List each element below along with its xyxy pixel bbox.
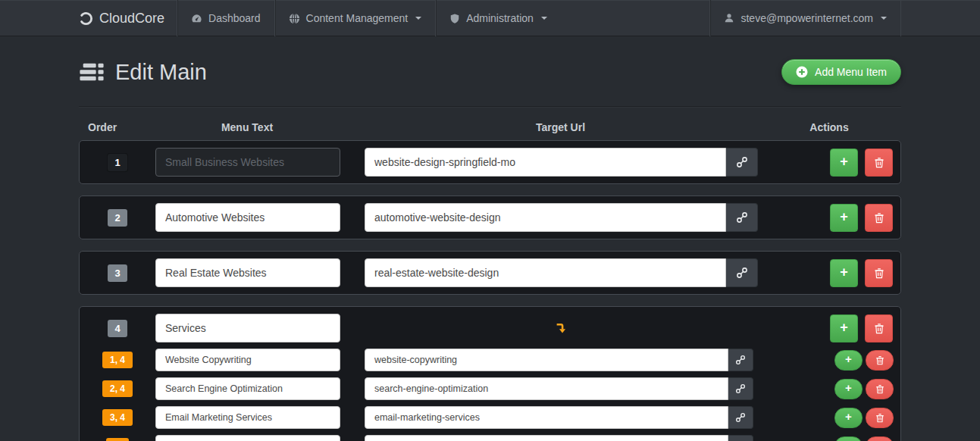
trash-icon bbox=[875, 355, 885, 365]
link-button[interactable] bbox=[726, 148, 758, 177]
link-button[interactable] bbox=[728, 435, 753, 441]
shield-icon bbox=[449, 13, 460, 24]
delete-button[interactable] bbox=[865, 314, 893, 342]
order-badge: 2 bbox=[108, 209, 127, 227]
nav-item-label: Administration bbox=[466, 12, 534, 24]
add-child-button[interactable]: + bbox=[834, 350, 863, 371]
dashboard-gauge-icon bbox=[191, 13, 202, 24]
user-email: steve@mpowerinternet.com bbox=[740, 12, 873, 24]
target-url-input[interactable] bbox=[365, 435, 728, 441]
order-badge: 1 bbox=[108, 154, 127, 171]
menu-row-1: 1 + bbox=[79, 140, 901, 184]
delete-button[interactable] bbox=[865, 259, 893, 287]
menu-row-2: 2 + bbox=[79, 195, 901, 239]
trash-icon bbox=[874, 323, 885, 334]
table-header-row: Order Menu Text Target Url Actions bbox=[79, 114, 901, 140]
menu-text-input[interactable] bbox=[155, 258, 340, 287]
menu-text-input[interactable] bbox=[155, 148, 340, 177]
link-button[interactable] bbox=[728, 377, 753, 400]
link-button[interactable] bbox=[726, 258, 758, 287]
chevron-down-icon bbox=[541, 17, 547, 20]
order-badge: 3 bbox=[108, 264, 127, 282]
brand-label: CloudCore bbox=[99, 11, 164, 27]
page-title: Edit Main bbox=[79, 60, 207, 85]
trash-icon bbox=[874, 212, 885, 224]
delete-button[interactable] bbox=[866, 350, 894, 371]
menu-row-4: 4 + bbox=[80, 314, 900, 342]
link-button[interactable] bbox=[728, 349, 753, 371]
add-child-button[interactable]: + bbox=[834, 408, 863, 428]
add-child-button[interactable]: + bbox=[834, 379, 863, 399]
menu-row-4-group: 4 + 1, 4 bbox=[79, 306, 901, 441]
order-badge bbox=[106, 438, 129, 441]
page-title-label: Edit Main bbox=[115, 60, 207, 85]
order-badge: 2, 4 bbox=[102, 380, 133, 397]
globe-icon bbox=[289, 13, 300, 24]
column-header-menu-text: Menu Text bbox=[155, 121, 340, 133]
target-url-input[interactable] bbox=[365, 148, 726, 177]
add-child-button[interactable]: + bbox=[830, 204, 858, 232]
menu-text-input[interactable] bbox=[155, 349, 340, 371]
order-badge: 4 bbox=[108, 320, 127, 337]
trash-icon bbox=[875, 384, 885, 394]
nav-item-content-management[interactable]: Content Management bbox=[274, 0, 436, 36]
brand[interactable]: CloudCore bbox=[79, 0, 177, 36]
link-button[interactable] bbox=[728, 406, 753, 429]
add-menu-item-label: Add Menu Item bbox=[815, 66, 887, 78]
nav-item-label: Dashboard bbox=[208, 12, 261, 24]
sub-menu-row-1: 1, 4 + bbox=[80, 349, 900, 371]
sub-menu-row-2: 2, 4 + bbox=[80, 377, 900, 400]
user-menu[interactable]: steve@mpowerinternet.com bbox=[709, 0, 901, 36]
header-divider bbox=[79, 106, 901, 107]
order-badge: 1, 4 bbox=[102, 352, 133, 368]
nav-item-administration[interactable]: Administration bbox=[435, 0, 561, 36]
menu-text-input[interactable] bbox=[155, 377, 340, 400]
menu-row-3: 3 + bbox=[79, 251, 901, 295]
trash-icon bbox=[875, 413, 885, 423]
delete-button[interactable] bbox=[866, 436, 894, 441]
target-url-input[interactable] bbox=[365, 349, 728, 371]
menu-text-input[interactable] bbox=[155, 314, 340, 342]
add-child-button[interactable]: + bbox=[834, 436, 863, 441]
nav-item-label: Content Management bbox=[306, 12, 409, 24]
add-child-button[interactable]: + bbox=[830, 259, 858, 287]
chevron-down-icon bbox=[415, 17, 421, 20]
delete-button[interactable] bbox=[866, 408, 894, 428]
level-down-arrow-icon bbox=[556, 322, 567, 334]
user-icon bbox=[724, 13, 734, 23]
target-url-input[interactable] bbox=[365, 203, 726, 232]
target-url-input[interactable] bbox=[365, 258, 726, 287]
column-header-order: Order bbox=[79, 121, 155, 133]
trash-icon bbox=[874, 157, 885, 168]
top-navbar: CloudCore Dashboard Content Management A… bbox=[0, 0, 980, 36]
cloudcore-logo-icon bbox=[79, 11, 93, 26]
add-child-button[interactable]: + bbox=[830, 149, 858, 177]
menu-text-input[interactable] bbox=[155, 435, 340, 441]
menu-list-icon bbox=[79, 62, 105, 82]
column-header-target-url: Target Url bbox=[364, 121, 757, 133]
target-url-input[interactable] bbox=[365, 377, 728, 400]
chevron-down-icon bbox=[881, 17, 887, 20]
link-button[interactable] bbox=[726, 203, 758, 232]
order-badge: 3, 4 bbox=[102, 409, 133, 426]
sub-menu-row-4: + bbox=[80, 435, 900, 441]
delete-button[interactable] bbox=[865, 204, 893, 232]
target-url-input[interactable] bbox=[365, 406, 728, 429]
add-child-button[interactable]: + bbox=[830, 314, 858, 342]
plus-circle-icon bbox=[796, 66, 808, 78]
add-menu-item-button[interactable]: Add Menu Item bbox=[781, 59, 901, 85]
column-header-actions: Actions bbox=[757, 121, 901, 133]
delete-button[interactable] bbox=[866, 379, 894, 399]
sub-menu-row-3: 3, 4 + bbox=[80, 406, 900, 429]
trash-icon bbox=[874, 267, 885, 279]
menu-text-input[interactable] bbox=[155, 203, 340, 232]
menu-text-input[interactable] bbox=[155, 406, 340, 429]
nav-item-dashboard[interactable]: Dashboard bbox=[177, 0, 274, 36]
delete-button[interactable] bbox=[865, 149, 893, 177]
